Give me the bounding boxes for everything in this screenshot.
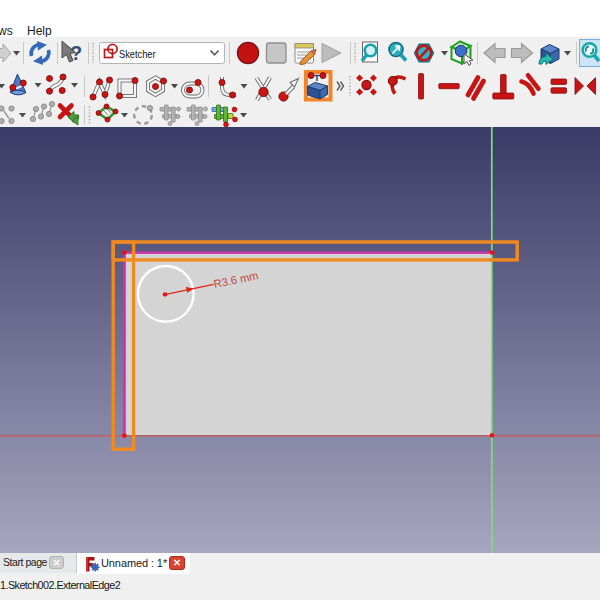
svg-text:?: ?	[70, 42, 82, 64]
svg-text:Sketcher: Sketcher	[119, 48, 156, 60]
